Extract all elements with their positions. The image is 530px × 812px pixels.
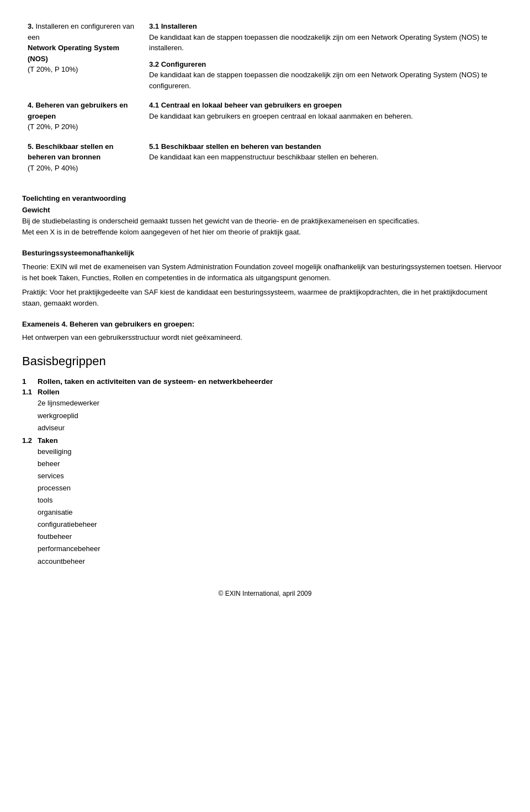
footer-text: © EXIN International, april 2009 (219, 590, 312, 597)
section-3-1: 3.1 Installeren De kandidaat kan de stap… (149, 21, 502, 54)
section-4-left: 4. Beheren van gebruikers en groepen (T … (22, 95, 144, 137)
table-row: 3. Installeren en configureren van eenNe… (22, 17, 508, 95)
section-1-row: 1 Rollen, taken en activiteiten van de s… (22, 377, 508, 386)
section-3-1-text: De kandidaat kan de stappen toepassen di… (149, 33, 487, 52)
section-4-right: 4.1 Centraal en lokaal beheer van gebrui… (144, 95, 508, 137)
gewicht-label: Gewicht (22, 206, 50, 214)
besturingssysteem-text1: Theorie: EXIN wil met de exameneisen van… (22, 261, 508, 284)
section-3-1-label: Installeren (161, 22, 197, 30)
section-3-num: 3. (28, 22, 34, 30)
toelichting-section: Toelichting en verantwoording Gewicht Bi… (22, 194, 508, 238)
section-1-title: Rollen, taken en activiteiten van de sys… (38, 377, 273, 386)
list-item: beheer (38, 458, 508, 470)
list-item: tools (38, 494, 508, 506)
table-row: 4. Beheren van gebruikers en groepen (T … (22, 95, 508, 137)
gewicht-text2: Met een X is in de betreffende kolom aan… (22, 228, 301, 236)
list-item: foutbeheer (38, 531, 508, 543)
gewicht-block: Gewicht Bij de studiebelasting is onders… (22, 205, 508, 238)
exameneis4-heading: Exameneis 4. Beheren van gebruikers en g… (22, 319, 508, 330)
section-1-1-num: 1.1 (22, 388, 38, 396)
gewicht-text1: Bij de studiebelasting is onderscheid ge… (22, 217, 420, 225)
list-item: adviseur (38, 422, 508, 434)
section-1-1-label: Rollen (38, 388, 60, 396)
section-5-weight: (T 20%, P 40%) (28, 164, 78, 172)
list-item: performancebeheer (38, 543, 508, 555)
footer: © EXIN International, april 2009 (22, 590, 508, 597)
section-4-1: 4.1 Centraal en lokaal beheer van gebrui… (149, 100, 502, 121)
table-row: 5. Beschikbaar stellen en beheren van br… (22, 137, 508, 178)
list-item: processen (38, 482, 508, 494)
section-4-weight: (T 20%, P 20%) (28, 122, 78, 131)
section-3-2-label: Configureren (161, 60, 206, 68)
section-1-1-row: 1.1 Rollen (22, 388, 508, 396)
section-5-1-label: Beschikbaar stellen en beheren van besta… (161, 142, 321, 151)
section-3-title: Installeren en configureren van eenNetwo… (28, 22, 134, 63)
besturingssysteem-text2: Praktijk: Voor het praktijkgedeelte van … (22, 287, 508, 309)
section-3-left: 3. Installeren en configureren van eenNe… (22, 17, 144, 95)
besturingssysteem-heading: Besturingssysteemonafhankelijk (22, 248, 508, 259)
section-3-2: 3.2 Configureren De kandidaat kan de sta… (149, 59, 502, 92)
section-5-1-text: De kandidaat kan een mappenstructuur bes… (149, 153, 379, 161)
section-1-num: 1 (22, 377, 38, 386)
list-item: organisatie (38, 506, 508, 519)
list-item: services (38, 470, 508, 482)
taken-list: beveiliging beheer services processen to… (22, 446, 508, 568)
section-3-right: 3.1 Installeren De kandidaat kan de stap… (144, 17, 508, 95)
exam-table: 3. Installeren en configureren van eenNe… (22, 17, 508, 178)
toelichting-heading: Toelichting en verantwoording (22, 194, 508, 202)
section-3-1-num: 3.1 (149, 22, 159, 30)
section-3-2-text: De kandidaat kan de stappen toepassen di… (149, 71, 487, 90)
section-5-right: 5.1 Beschikbaar stellen en beheren van b… (144, 137, 508, 178)
section-4-num: 4. Beheren van gebruikers en groepen (28, 101, 128, 120)
list-item: werkgroeplid (38, 410, 508, 422)
section-1-2-label: Taken (38, 436, 58, 445)
section-3-2-num: 3.2 (149, 60, 159, 68)
section-4-1-label: Centraal en lokaal beheer van gebruikers… (161, 101, 342, 109)
basisbegrippen-section: Basisbegrippen 1 Rollen, taken en activi… (22, 354, 508, 567)
section-5-left: 5. Beschikbaar stellen en beheren van br… (22, 137, 144, 178)
list-item: 2e lijnsmedewerker (38, 397, 508, 409)
section-5-1: 5.1 Beschikbaar stellen en beheren van b… (149, 141, 502, 163)
list-item: accountbeheer (38, 555, 508, 568)
section-5-1-num: 5.1 (149, 142, 159, 151)
rollen-list: 2e lijnsmedewerker werkgroeplid adviseur (22, 397, 508, 434)
besturingssysteem-section: Besturingssysteemonafhankelijk Theorie: … (22, 248, 508, 309)
section-4-1-num: 4.1 (149, 101, 159, 109)
section-1-2-row: 1.2 Taken (22, 436, 508, 445)
section-1-2-num: 1.2 (22, 436, 38, 445)
list-item: configuratiebeheer (38, 519, 508, 531)
list-item: beveiliging (38, 446, 508, 458)
basisbegrippen-heading: Basisbegrippen (22, 354, 508, 368)
section-5-num: 5. Beschikbaar stellen en beheren van br… (28, 142, 113, 162)
section-3-weight: (T 20%, P 10%) (28, 65, 78, 73)
exameneis4-section: Exameneis 4. Beheren van gebruikers en g… (22, 319, 508, 343)
section-4-1-text: De kandidaat kan gebruikers en groepen c… (149, 112, 413, 120)
exameneis4-text: Het ontwerpen van een gebruikersstructuu… (22, 333, 242, 341)
